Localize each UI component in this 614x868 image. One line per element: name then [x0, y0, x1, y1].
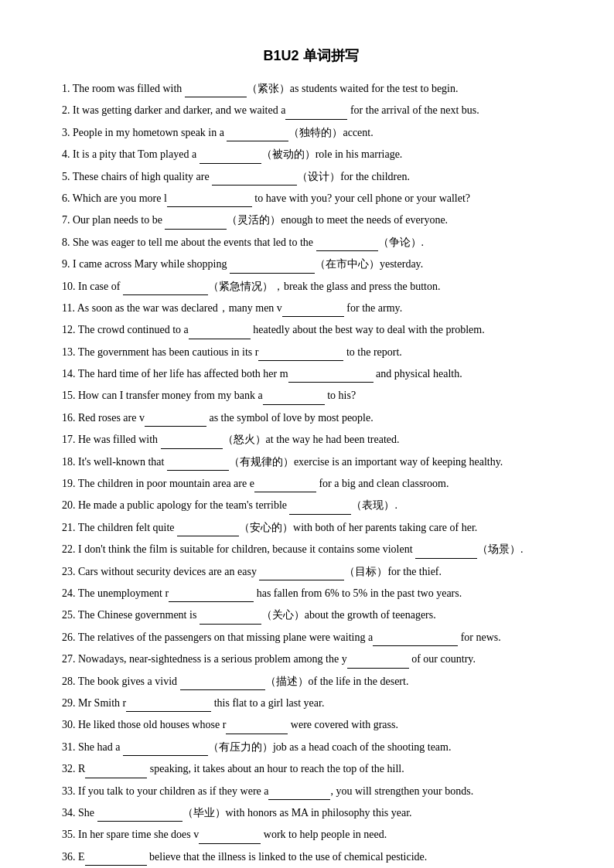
answer-blank [169, 591, 254, 602]
answer-blank [268, 789, 330, 800]
answer-blank [180, 679, 265, 690]
answer-blank [189, 328, 251, 339]
answer-blank [199, 833, 261, 844]
exercise-list: 1. The room was filled with （紧张）as stude… [62, 80, 560, 868]
answer-blank [123, 284, 208, 295]
list-item: 19. The children in poor mountain area a… [62, 475, 560, 492]
answer-blank [167, 460, 229, 471]
list-item: 4. It is a pity that Tom played a （被动的）r… [62, 146, 560, 163]
answer-blank [145, 416, 206, 427]
answer-blank [185, 87, 247, 97]
list-item: 5. These chairs of high quality are （设计）… [62, 168, 560, 186]
answer-blank [126, 701, 211, 712]
answer-blank [85, 855, 147, 866]
list-item: 13. The government has been cautious in … [62, 344, 560, 361]
answer-blank [161, 438, 223, 449]
answer-blank [347, 658, 409, 669]
list-item: 10. In case of （紧急情况），break the glass an… [62, 278, 560, 295]
list-item: 21. The children felt quite （安心的）with bo… [62, 519, 560, 536]
answer-blank [123, 745, 208, 756]
answer-blank [288, 372, 374, 383]
answer-blank [167, 196, 252, 207]
list-item: 24. The unemployment r has fallen from 6… [62, 585, 560, 602]
list-item: 32. R speaking, it takes about an hour t… [62, 761, 560, 778]
list-item: 27. Nowadays, near-sightedness is a seri… [62, 651, 560, 668]
answer-blank [316, 240, 378, 251]
list-item: 36. E believe that the illness is linked… [62, 849, 560, 866]
list-item: 18. It's well-known that （有规律的）exercise … [62, 454, 560, 471]
answer-blank [254, 482, 316, 492]
answer-blank [200, 614, 261, 625]
answer-blank [230, 263, 315, 274]
list-item: 15. How can I transfer money from my ban… [62, 387, 560, 404]
answer-blank [165, 219, 227, 230]
answer-blank [282, 306, 344, 317]
list-item: 14. The hard time of her life has affect… [62, 366, 560, 383]
answer-blank [177, 526, 239, 536]
list-item: 11. As soon as the war was declared，many… [62, 300, 560, 317]
list-item: 34. She （毕业）with honors as MA in philoso… [62, 805, 560, 822]
answer-blank [85, 768, 147, 778]
list-item: 20. He made a public apology for the tea… [62, 497, 560, 514]
answer-blank [263, 394, 325, 405]
answer-blank [415, 548, 477, 559]
list-item: 7. Our plan needs to be （灵活的）enough to m… [62, 212, 560, 229]
answer-blank [285, 109, 347, 120]
list-item: 26. The relatives of the passengers on t… [62, 629, 560, 646]
list-item: 25. The Chinese government is （关心）about … [62, 607, 560, 624]
page-title: B1U2 单词拼写 [62, 46, 560, 65]
list-item: 1. The room was filled with （紧张）as stude… [62, 80, 560, 97]
list-item: 35. In her spare time she does v work to… [62, 826, 560, 843]
list-item: 9. I came across Mary while shopping （在市… [62, 256, 560, 273]
answer-blank [226, 723, 288, 734]
answer-blank [227, 131, 288, 141]
answer-blank [373, 635, 458, 646]
answer-blank [212, 175, 297, 186]
list-item: 6. Which are you more l to have with you… [62, 190, 560, 207]
list-item: 16. Red roses are v as the symbol of lov… [62, 410, 560, 427]
answer-blank [258, 350, 343, 361]
list-item: 29. Mr Smith r this flat to a girl last … [62, 695, 560, 712]
answer-blank [259, 570, 344, 580]
list-item: 22. I don't think the film is suitable f… [62, 541, 560, 558]
list-item: 12. The crowd continued to a heatedly ab… [62, 322, 560, 339]
answer-blank [97, 811, 182, 822]
answer-blank [289, 504, 351, 515]
list-item: 8. She was eager to tell me about the ev… [62, 234, 560, 251]
list-item: 30. He liked those old houses whose r we… [62, 717, 560, 734]
list-item: 31. She had a （有压力的）job as a head coach … [62, 739, 560, 756]
answer-blank [200, 153, 261, 164]
list-item: 3. People in my hometown speak in a （独特的… [62, 124, 560, 141]
list-item: 17. He was filled with （怒火）at the way he… [62, 431, 560, 448]
list-item: 33. If you talk to your children as if t… [62, 783, 560, 800]
list-item: 2. It was getting darker and darker, and… [62, 102, 560, 119]
list-item: 23. Cars without security devices are an… [62, 563, 560, 580]
list-item: 28. The book gives a vivid （描述）of the li… [62, 673, 560, 690]
